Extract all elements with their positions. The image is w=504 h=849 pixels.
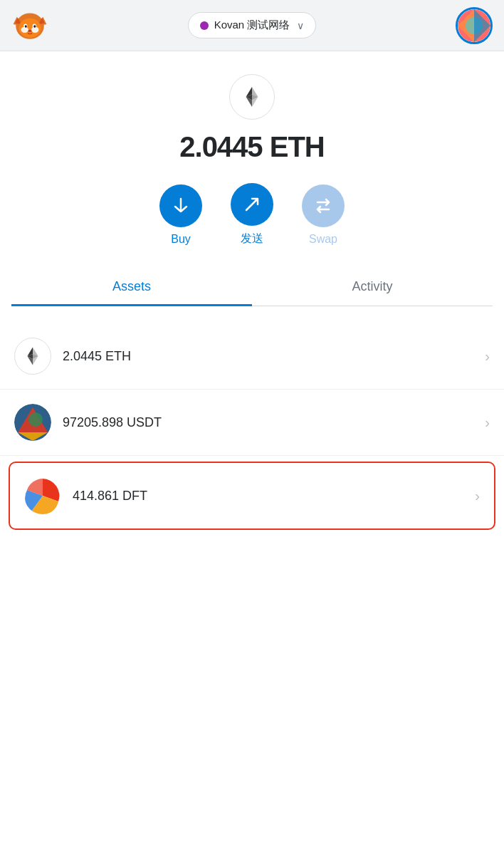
asset-item-dft[interactable]: 414.861 DFT › [9,462,495,530]
eth-balance: 2.0445 ETH [63,349,485,364]
asset-list: 2.0445 ETH › 97205.898 USDT › [0,323,504,530]
svg-point-11 [25,25,27,28]
swap-button[interactable]: Swap [302,184,345,246]
send-icon-circle [231,183,273,226]
buy-label: Buy [171,233,191,246]
account-avatar[interactable] [456,7,493,44]
chevron-down-icon: ∨ [297,20,304,31]
usdt-chevron-icon: › [485,415,490,431]
usdt-token-icon [14,404,51,441]
tabs: Assets Activity [11,269,493,306]
svg-point-12 [33,25,36,28]
swap-label: Swap [309,233,337,246]
svg-point-28 [28,412,43,427]
action-buttons: Buy 发送 Swap [159,183,345,246]
send-button[interactable]: 发送 [231,183,273,246]
dft-token-icon [24,477,61,514]
eth-chevron-icon: › [485,348,490,365]
network-status-dot [200,21,209,30]
buy-icon-circle [159,184,202,227]
eth-logo-circle [229,74,275,120]
wallet-balance: 2.0445 ETH [179,131,324,163]
asset-item-usdt[interactable]: 97205.898 USDT › [0,390,504,456]
dft-chevron-icon: › [475,488,480,504]
svg-point-8 [28,29,31,31]
main-content: 2.0445 ETH Buy 发送 [0,51,504,849]
buy-button[interactable]: Buy [159,184,202,246]
network-selector[interactable]: Kovan 测试网络 ∨ [188,12,317,38]
tab-activity[interactable]: Activity [252,269,493,306]
header: Kovan 测试网络 ∨ [0,0,504,51]
network-name: Kovan 测试网络 [214,19,290,32]
tab-assets[interactable]: Assets [11,269,252,306]
metamask-logo[interactable] [11,6,48,46]
dft-balance: 414.861 DFT [73,489,475,504]
wallet-section: 2.0445 ETH Buy 发送 [0,51,504,323]
eth-token-icon [14,338,51,375]
usdt-balance: 97205.898 USDT [63,415,485,430]
send-label: 发送 [241,231,263,246]
asset-item-eth[interactable]: 2.0445 ETH › [0,323,504,390]
swap-icon-circle [302,184,345,227]
